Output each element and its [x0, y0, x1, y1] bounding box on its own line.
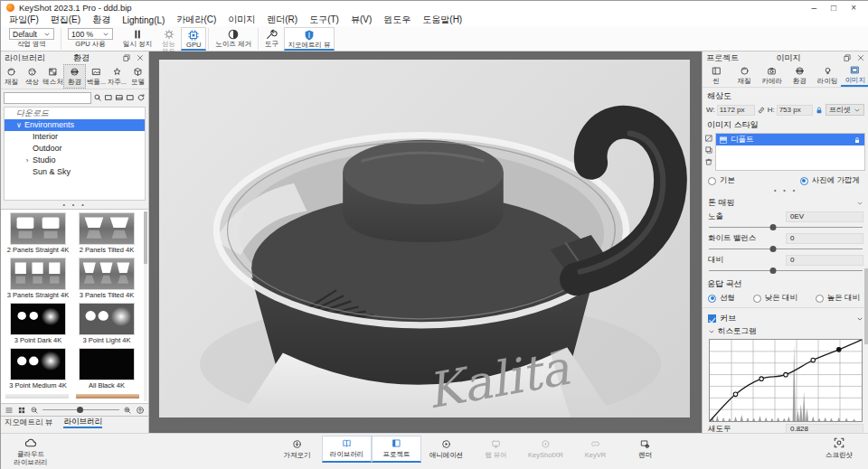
- project-tab[interactable]: 이미지: [841, 64, 868, 87]
- library-tab[interactable]: 자주...: [107, 64, 127, 89]
- menu-item[interactable]: 편집(E): [51, 14, 80, 26]
- tone-param-slider[interactable]: [709, 245, 863, 254]
- filter-frame2-icon[interactable]: [115, 93, 124, 102]
- slider-thumb[interactable]: [770, 267, 777, 274]
- ribbon-button[interactable]: KeyShotXR: [521, 436, 571, 463]
- tone-curve-editor[interactable]: [709, 339, 863, 422]
- response-curve-option[interactable]: 높은 대비: [816, 293, 860, 304]
- tree-item[interactable]: › Studio: [5, 155, 145, 166]
- tree-item[interactable]: Outdoor: [5, 143, 145, 155]
- slider-thumb[interactable]: [770, 224, 777, 230]
- maximize-button[interactable]: □: [831, 2, 836, 14]
- search-icon[interactable]: [93, 93, 102, 102]
- minimize-button[interactable]: –: [812, 2, 817, 14]
- partial-thumbnail[interactable]: [76, 394, 139, 399]
- tone-param-value[interactable]: 0EV: [786, 211, 863, 222]
- curve-checkbox[interactable]: [708, 314, 716, 323]
- lock-resolution-icon[interactable]: [815, 106, 824, 115]
- style-mode-option[interactable]: 기본: [708, 175, 735, 186]
- panel-splitter-dots[interactable]: • • •: [1, 202, 148, 209]
- search-input[interactable]: [4, 92, 91, 104]
- environment-thumbnail[interactable]: 2 Panels Tilted 4K: [72, 212, 141, 258]
- delete-style-icon[interactable]: [704, 157, 713, 166]
- duplicate-style-icon[interactable]: [704, 145, 713, 155]
- float-panel-icon[interactable]: [122, 53, 131, 62]
- ribbon-button[interactable]: 렌더: [620, 436, 670, 463]
- gpu-toggle-button[interactable]: GPU: [181, 27, 206, 51]
- filter-frame3-icon[interactable]: [126, 93, 135, 102]
- project-tab[interactable]: 라이팅: [814, 64, 842, 87]
- menu-item[interactable]: 윈도우: [383, 14, 410, 26]
- refresh-icon[interactable]: [137, 93, 146, 102]
- response-curve-option[interactable]: 선형: [708, 293, 735, 304]
- library-tab[interactable]: 모델: [127, 64, 148, 89]
- library-tab[interactable]: 텍스처: [42, 64, 63, 89]
- environment-thumbnail[interactable]: 3 Point Light 4K: [72, 303, 141, 348]
- zoom-in-icon[interactable]: [123, 406, 132, 415]
- float-panel-icon[interactable]: [843, 53, 852, 62]
- grid-view-icon[interactable]: [17, 406, 26, 415]
- upload-icon[interactable]: [136, 406, 145, 415]
- height-field[interactable]: 753 px: [777, 105, 813, 116]
- menu-item[interactable]: 뷰(V): [351, 14, 372, 26]
- environment-thumbnail[interactable]: 3 Point Dark 4K: [4, 303, 72, 348]
- library-tab[interactable]: 재질: [1, 64, 22, 89]
- close-button[interactable]: ×: [851, 2, 856, 14]
- style-mode-option[interactable]: 사진에 가깝게: [800, 175, 860, 186]
- radio-icon[interactable]: [753, 295, 761, 303]
- thumbnail-size-slider[interactable]: [42, 406, 119, 414]
- tree-caret-icon[interactable]: ›: [24, 155, 31, 166]
- environment-thumbnail[interactable]: 3 Point Medium 4K: [4, 348, 72, 393]
- close-panel-icon[interactable]: [136, 53, 145, 62]
- menu-item[interactable]: 이미지: [228, 14, 255, 26]
- tone-param-slider[interactable]: [709, 267, 863, 276]
- ribbon-button[interactable]: 웹 뷰어: [471, 436, 521, 463]
- filter-frame-icon[interactable]: [104, 93, 113, 102]
- library-tab[interactable]: 색상: [22, 64, 42, 89]
- menu-item[interactable]: 환경: [92, 14, 110, 26]
- ribbon-button[interactable]: 가져오기: [272, 436, 322, 463]
- dock-tab[interactable]: 라이브러리: [63, 417, 102, 428]
- performance-mode-button[interactable]: 성능모드: [157, 27, 180, 51]
- tree-item[interactable]: Interior: [5, 131, 145, 143]
- denoise-button[interactable]: 노이즈 제거: [211, 27, 256, 51]
- environment-thumbnail[interactable]: 3 Panels Straight 4K: [4, 258, 72, 303]
- radio-icon[interactable]: [708, 295, 716, 303]
- histogram-header[interactable]: 히스토그램: [703, 325, 868, 338]
- menu-item[interactable]: 렌더(R): [267, 14, 297, 26]
- project-panel-scrollbar[interactable]: [864, 268, 868, 344]
- add-image-style-icon[interactable]: [704, 134, 713, 143]
- tone-param-value[interactable]: 0: [786, 255, 863, 266]
- preset-dropdown[interactable]: 프리셋: [826, 104, 864, 116]
- tree-caret-icon[interactable]: ∨: [15, 119, 23, 131]
- tone-param-slider[interactable]: [709, 223, 863, 232]
- list-view-icon[interactable]: [5, 406, 14, 415]
- project-tab[interactable]: 환경: [786, 64, 814, 87]
- tree-item[interactable]: ∨ Environments: [5, 119, 145, 131]
- screenshot-button[interactable]: 스크린샷: [815, 436, 863, 460]
- tree-item[interactable]: 다운로드: [5, 108, 145, 119]
- workspace-dropdown[interactable]: Default: [9, 28, 54, 40]
- tools-button[interactable]: 도구: [260, 27, 283, 51]
- project-tab[interactable]: 씬: [703, 64, 731, 87]
- radio-icon[interactable]: [816, 295, 824, 303]
- partial-thumbnail[interactable]: [5, 394, 69, 399]
- environment-thumbnail[interactable]: 2 Panels Straight 4K: [4, 212, 72, 258]
- menu-item[interactable]: 카메라(C): [176, 14, 216, 26]
- ribbon-button[interactable]: 라이브러리: [322, 436, 372, 463]
- menu-item[interactable]: 도움말(H): [422, 14, 462, 26]
- library-tab[interactable]: 백플...: [86, 64, 107, 89]
- menu-item[interactable]: Lighting(L): [122, 15, 165, 25]
- ribbon-button[interactable]: 애니메이션: [421, 436, 471, 463]
- ribbon-button[interactable]: KeyVR: [571, 436, 620, 463]
- menu-item[interactable]: 파일(F): [9, 14, 39, 26]
- curve-section-header[interactable]: 커브: [703, 310, 868, 325]
- gpu-usage-dropdown[interactable]: 100 %: [68, 28, 113, 40]
- close-panel-icon[interactable]: [856, 53, 865, 62]
- image-style-item[interactable]: 디폴트: [716, 134, 864, 145]
- width-field[interactable]: 1172 px: [717, 105, 755, 116]
- zoom-out-icon[interactable]: [30, 406, 39, 415]
- render-view[interactable]: Kalita: [159, 60, 690, 417]
- library-tab[interactable]: 환경: [63, 64, 86, 89]
- radio-icon[interactable]: [708, 177, 716, 185]
